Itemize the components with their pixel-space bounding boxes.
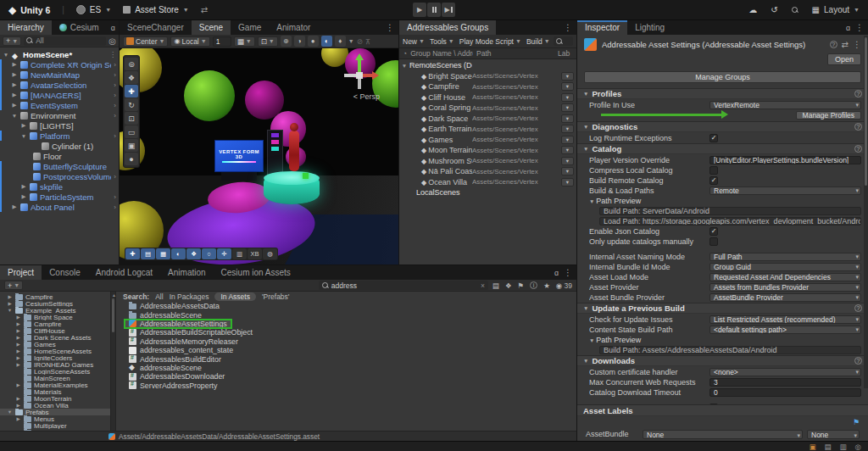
foldout-arrow[interactable]: ▶ (15, 382, 21, 387)
overlay-globe-button[interactable]: ◍ (263, 248, 277, 259)
inspector-scrollbar[interactable] (864, 36, 868, 388)
orientation-gizmo[interactable] (342, 58, 376, 92)
folder-row[interactable]: ▶ CesiumSettings (0, 300, 110, 307)
file-row[interactable]: AddressableMemoryReleaser (125, 337, 242, 346)
item-trailing-icon[interactable]: ⋮ (109, 51, 116, 58)
addressable-row[interactable]: Campfire Assets/Scenes/Vertex ▾ (399, 81, 576, 92)
hierarchy-search-input[interactable]: All (24, 36, 106, 46)
field-control[interactable]: Full Path (709, 253, 861, 261)
open-button[interactable]: Open (827, 53, 861, 65)
item-trailing-icon[interactable]: › (114, 173, 116, 181)
field-control[interactable]: VertexRemote (709, 101, 861, 109)
foldout-arrow[interactable]: ▼ (7, 409, 13, 415)
foldout-arrow[interactable]: ▶ (15, 335, 21, 340)
folder-row[interactable]: ▶ Campfire (0, 320, 110, 327)
label-filter-icon[interactable]: ⚑ (518, 281, 525, 290)
section-header[interactable]: ▼ Downloads ? (577, 355, 868, 366)
section-header[interactable]: ▼ Profiles ? (577, 88, 868, 99)
foldout-arrow[interactable]: ▶ (15, 362, 21, 367)
rect-tool-button[interactable]: ▭ (125, 125, 138, 138)
kebab-menu-icon[interactable]: ⋮ (564, 23, 572, 32)
scale-tool-button[interactable]: ⊡ (125, 112, 138, 125)
hierarchy-item[interactable]: ▶ AvatarSelection › (0, 80, 119, 90)
save-search-icon[interactable]: ▤ (492, 281, 499, 290)
hierarchy-item[interactable]: ▶ About Panel › (0, 202, 119, 212)
foldout-arrow[interactable]: ▶ (15, 328, 21, 333)
column-path[interactable]: Path (476, 49, 554, 58)
favorites-icon[interactable]: ★ (543, 281, 550, 290)
foldout-arrow[interactable]: ▶ (15, 321, 21, 326)
grid-size-field[interactable]: 1 (213, 36, 231, 47)
search-scope-filter[interactable]: 'Prefabs' (262, 292, 290, 301)
item-trailing-icon[interactable]: › (114, 132, 116, 140)
tool-handle-rotation-dropdown[interactable]: ◉ Local ▼ (170, 36, 209, 47)
toolbar-menu[interactable]: New ▼ (403, 37, 425, 46)
field-control[interactable] (709, 134, 718, 142)
item-trailing-icon[interactable]: › (114, 112, 116, 120)
field-control[interactable]: Remote (709, 187, 861, 195)
project-search-input[interactable]: address × (319, 281, 488, 290)
foldout-arrow[interactable]: ▶ (11, 71, 18, 78)
help-icon[interactable]: ? (854, 123, 862, 131)
shaded-mode-button[interactable]: ⊕ (281, 36, 292, 47)
folder-row[interactable]: ▶ Campfire (0, 293, 110, 300)
foldout-arrow[interactable]: ▶ (20, 122, 27, 129)
addressable-row[interactable]: Cliff House Assets/Scenes/Vertex ▾ (399, 92, 576, 103)
x-axis-handle[interactable] (363, 74, 373, 77)
field-control[interactable]: 0 (709, 388, 861, 397)
asset-labels-header[interactable]: Asset Labels (577, 405, 868, 416)
section-header[interactable]: ▼ Catalog ? (577, 143, 868, 154)
hierarchy-item[interactable]: ▼ Environment › (0, 110, 119, 120)
field-control[interactable]: Group Guid (709, 263, 861, 271)
column-group-name[interactable]: Group Name \ Addressab (410, 49, 473, 58)
foldout-arrow[interactable]: ▶ (15, 342, 21, 347)
hierarchy-item[interactable]: ▶ Complete XR Origin Set Up V › (0, 59, 119, 70)
scroll-up-icon[interactable]: ▲ (112, 292, 116, 298)
file-row[interactable]: ServerAddressProperty (125, 381, 221, 390)
panel-tab[interactable]: Project (0, 265, 42, 280)
labels-dropdown[interactable]: ▾ (561, 178, 574, 187)
foldout-arrow[interactable]: ▶ (15, 315, 21, 320)
prefab-filter-icon[interactable]: ❖ (505, 281, 512, 290)
foldout-arrow[interactable]: ▶ (11, 203, 18, 210)
panel-tab[interactable]: Lighting (627, 20, 672, 35)
hierarchy-item[interactable]: ▶ [LIGHTS] (0, 120, 119, 131)
addressables-search-input[interactable] (554, 36, 573, 46)
chevron-down-icon[interactable]: ▼ (348, 38, 354, 44)
custom-tool-button[interactable]: ● (125, 153, 138, 165)
y-axis-handle[interactable] (358, 58, 361, 72)
addressable-row[interactable]: ▼ RemoteScenes (Default ▾ (399, 60, 576, 71)
assetbundle-variant-dropdown[interactable]: None (807, 430, 860, 439)
lock-icon[interactable]: ɑ (554, 269, 559, 277)
field-control[interactable]: [UnityEditor.PlayerSettings.bundleVersio… (709, 156, 861, 164)
foldout-arrow[interactable]: ▶ (15, 396, 21, 401)
lock-icon[interactable]: ɑ (846, 24, 850, 32)
addressable-row[interactable]: LocalScenes ▾ (399, 187, 576, 198)
folder-row[interactable]: ▶ HomeSceneAssets (0, 348, 110, 354)
folder-row[interactable]: ▶ Games (0, 341, 110, 348)
addressable-row[interactable]: Moon Terrain Assets/Scenes/Vertex ▾ (399, 145, 576, 156)
foldout-arrow[interactable]: ▶ (11, 81, 18, 88)
info-icon[interactable]: i (530, 281, 537, 289)
account-menu[interactable]: ES ▼ (76, 5, 111, 14)
labels-dropdown[interactable]: ▾ (561, 167, 574, 175)
section-header[interactable]: ▼ Update a Previous Build ? (577, 303, 868, 314)
step-button[interactable]: ▶ (442, 3, 455, 17)
file-row[interactable]: addressables_content_state (125, 346, 237, 354)
hierarchy-item[interactable]: ▶ skpfile (0, 181, 119, 192)
folder-row[interactable]: ▶ Dark Scene Assets (0, 334, 110, 341)
addressable-row[interactable]: Ocean Villa Assets/Scenes/Vertex ▾ (399, 177, 576, 188)
manage-groups-button[interactable]: Manage Groups (584, 71, 861, 83)
overlay-xb-button[interactable]: XB (248, 248, 262, 259)
foldout-arrow[interactable]: ▶ (15, 403, 21, 408)
kebab-menu-icon[interactable]: ⋮ (853, 40, 861, 49)
overlay-tools-button[interactable]: ✛ (217, 248, 231, 259)
kebab-menu-icon[interactable]: ⋮ (855, 23, 864, 32)
folder-row[interactable]: ▶ Bright Space (0, 314, 110, 320)
file-row[interactable]: AddressablesBuildEditor (125, 354, 225, 363)
activity-indicator-icon[interactable]: ◎ (855, 443, 861, 451)
toolbar-menu[interactable]: Play Mode Script ▼ (459, 37, 521, 46)
hierarchy-item[interactable]: PostprocessVolume › (0, 171, 119, 181)
item-trailing-icon[interactable]: › (114, 71, 116, 79)
folder-row[interactable]: ▶ CliffHouse (0, 327, 110, 334)
